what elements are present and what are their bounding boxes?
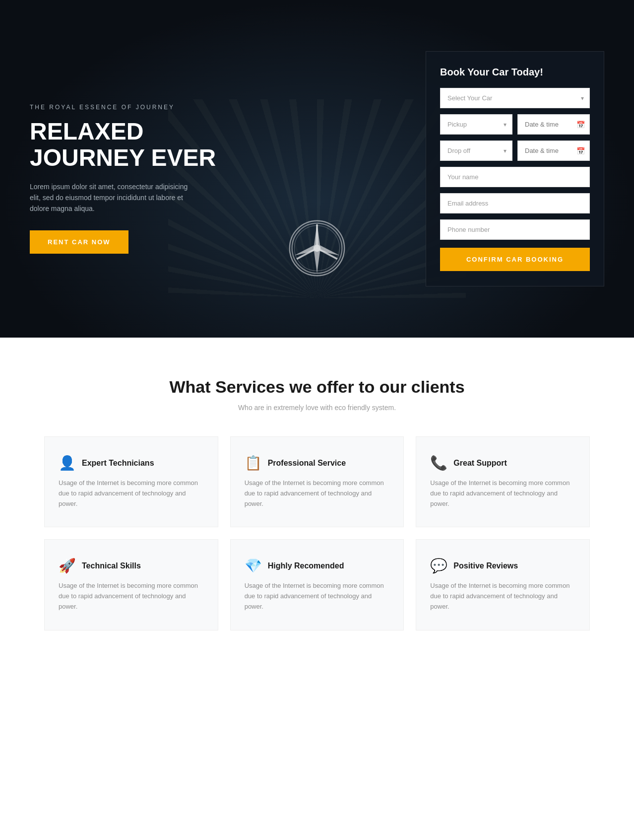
phone-group <box>440 219 590 240</box>
service-card-desc: Usage of the Internet is becoming more c… <box>245 478 390 509</box>
service-emoji-icon: 💎 <box>245 558 262 574</box>
service-icon-5: 💬 Positive Reviews <box>430 558 575 574</box>
service-card: 📞 Great Support Usage of the Internet is… <box>416 436 590 527</box>
select-car-dropdown[interactable]: Select Your Car <box>440 88 590 108</box>
booking-title: Book Your Car Today! <box>440 67 590 78</box>
name-group <box>440 167 590 187</box>
service-emoji-icon: 👤 <box>59 455 76 471</box>
service-card-title: Technical Skills <box>82 561 141 570</box>
pickup-datetime-input[interactable] <box>517 114 590 135</box>
services-section: What Services we offer to our clients Wh… <box>0 338 634 660</box>
pickup-datetime-wrap: 📅 <box>517 114 590 135</box>
name-input[interactable] <box>440 167 590 187</box>
service-card-desc: Usage of the Internet is becoming more c… <box>430 478 575 509</box>
rent-car-button[interactable]: RENT CAR NOW <box>30 230 128 254</box>
service-icon-3: 🚀 Technical Skills <box>59 558 204 574</box>
service-icon-2: 📞 Great Support <box>430 455 575 471</box>
service-card-desc: Usage of the Internet is becoming more c… <box>245 581 390 612</box>
service-card: 💬 Positive Reviews Usage of the Internet… <box>416 539 590 630</box>
service-icon-4: 💎 Highly Recomended <box>245 558 390 574</box>
service-emoji-icon: 🚀 <box>59 558 76 574</box>
select-car-group: Select Your Car ▾ <box>440 88 590 108</box>
service-card: 📋 Professional Service Usage of the Inte… <box>230 436 404 527</box>
service-card-title: Professional Service <box>268 459 346 468</box>
dropoff-select-wrap: Drop off ▾ <box>440 140 512 161</box>
email-group <box>440 193 590 213</box>
services-subtitle: Who are in extremely love with eco frien… <box>30 404 604 412</box>
service-card-desc: Usage of the Internet is becoming more c… <box>430 581 575 612</box>
pickup-row: Pickup ▾ 📅 <box>440 114 590 135</box>
dropoff-dropdown[interactable]: Drop off <box>440 140 512 161</box>
hero-content: THE ROYAL ESSENCE OF JOURNEY RELAXED JOU… <box>0 51 634 286</box>
services-title: What Services we offer to our clients <box>30 377 604 397</box>
service-card-title: Expert Technicians <box>82 459 154 468</box>
hero-section: THE ROYAL ESSENCE OF JOURNEY RELAXED JOU… <box>0 0 634 338</box>
service-card: 💎 Highly Recomended Usage of the Interne… <box>230 539 404 630</box>
phone-input[interactable] <box>440 219 590 240</box>
service-icon-0: 👤 Expert Technicians <box>59 455 204 471</box>
service-card-title: Highly Recomended <box>268 561 344 570</box>
hero-tagline: THE ROYAL ESSENCE OF JOURNEY <box>30 104 258 111</box>
service-card: 🚀 Technical Skills Usage of the Internet… <box>44 539 218 630</box>
service-card-desc: Usage of the Internet is becoming more c… <box>59 478 204 509</box>
dropoff-datetime-input[interactable] <box>517 140 590 161</box>
service-card-desc: Usage of the Internet is becoming more c… <box>59 581 204 612</box>
hero-left-panel: THE ROYAL ESSENCE OF JOURNEY RELAXED JOU… <box>30 84 258 254</box>
service-icon-1: 📋 Professional Service <box>245 455 390 471</box>
pickup-dropdown[interactable]: Pickup <box>440 114 512 135</box>
hero-description: Lorem ipsum dolor sit amet, consectetur … <box>30 181 198 214</box>
booking-panel: Book Your Car Today! Select Your Car ▾ P… <box>426 51 604 286</box>
service-emoji-icon: 📋 <box>245 455 262 471</box>
pickup-select-wrap: Pickup ▾ <box>440 114 512 135</box>
service-card-title: Positive Reviews <box>453 561 518 570</box>
hero-title: RELAXED JOURNEY EVER <box>30 119 258 171</box>
dropoff-datetime-wrap: 📅 <box>517 140 590 161</box>
service-card-title: Great Support <box>453 459 507 468</box>
dropoff-row: Drop off ▾ 📅 <box>440 140 590 161</box>
service-emoji-icon: 💬 <box>430 558 447 574</box>
service-card: 👤 Expert Technicians Usage of the Intern… <box>44 436 218 527</box>
confirm-booking-button[interactable]: CONFIRM CAR BOOKING <box>440 248 590 271</box>
service-emoji-icon: 📞 <box>430 455 447 471</box>
services-grid: 👤 Expert Technicians Usage of the Intern… <box>44 436 590 630</box>
email-input[interactable] <box>440 193 590 213</box>
